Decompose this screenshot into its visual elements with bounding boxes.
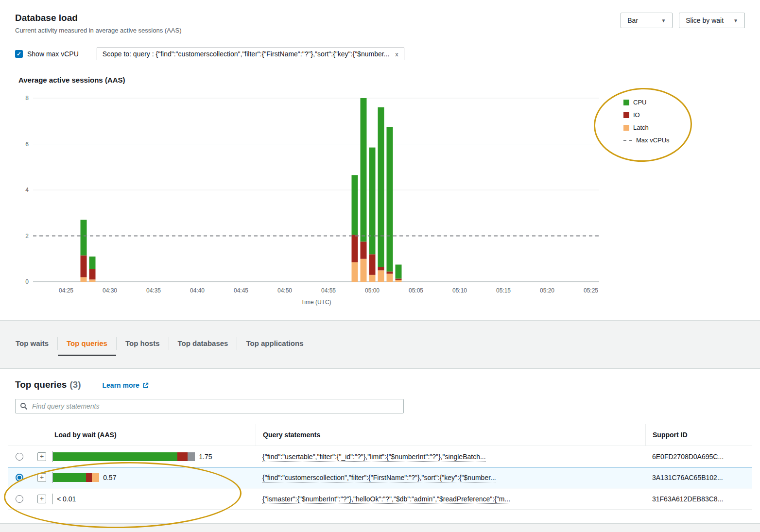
- show-max-vcpu-label: Show max vCPU: [27, 50, 79, 58]
- chart-bar-io[interactable]: [396, 278, 402, 280]
- table-row[interactable]: + 0.57 {"find":"customerscollection","fi…: [8, 467, 752, 488]
- chart-bar-latch[interactable]: [81, 277, 87, 282]
- chart-bar-io[interactable]: [81, 256, 87, 277]
- load-by-wait-bar: [52, 494, 53, 504]
- chart-bar-latch[interactable]: [387, 274, 393, 282]
- chart-bar-io[interactable]: [387, 272, 393, 274]
- tab-top-hosts[interactable]: Top hosts: [117, 335, 169, 356]
- chart-bar-io[interactable]: [369, 254, 376, 275]
- row-radio[interactable]: [16, 495, 23, 503]
- scope-filter-tag[interactable]: Scope to: query : {"find":"customerscoll…: [97, 48, 404, 60]
- chart-bar-cpu[interactable]: [352, 175, 358, 235]
- load-segment-io: [177, 452, 188, 461]
- slice-by-select[interactable]: Slice by wait ▼: [679, 13, 745, 28]
- legend-label-io: IO: [633, 111, 640, 119]
- query-statement-link[interactable]: {"find":"customerscollection","filter":{…: [262, 474, 496, 482]
- panel-title: Top queries: [15, 379, 67, 390]
- load-segment-io: [86, 473, 92, 482]
- chevron-down-icon: ▼: [733, 18, 738, 23]
- learn-more-label: Learn more: [103, 381, 139, 389]
- y-tick-label: 0: [25, 278, 29, 285]
- x-tick-label: 04:30: [103, 287, 117, 294]
- x-tick-label: 04:40: [190, 287, 205, 294]
- chart-bar-cpu[interactable]: [361, 98, 367, 241]
- chart-bar-cpu[interactable]: [81, 220, 87, 255]
- column-header-load: Load by wait (AAS): [52, 424, 256, 446]
- chart-bar-cpu[interactable]: [89, 257, 96, 269]
- legend-label-max-vcpus: Max vCPUs: [636, 137, 670, 144]
- x-tick-label: 05:05: [409, 287, 423, 294]
- x-tick-label: 05:25: [584, 287, 598, 294]
- tab-top-databases[interactable]: Top databases: [169, 335, 237, 356]
- load-segment-cpu: [53, 473, 86, 482]
- legend-item-max-vcpus[interactable]: Max vCPUs: [623, 137, 670, 144]
- queries-table-header: Load by wait (AAS) Query statements Supp…: [8, 424, 752, 446]
- x-tick-label: 05:00: [365, 287, 380, 294]
- query-statement-link[interactable]: {"ismaster":{"$numberInt":"?"},"helloOk"…: [262, 495, 510, 504]
- io-swatch-icon: [623, 112, 629, 118]
- expand-row-icon[interactable]: +: [37, 452, 46, 461]
- external-link-icon: [142, 382, 149, 389]
- tab-top-queries[interactable]: Top queries: [58, 335, 116, 356]
- y-tick-label: 2: [25, 233, 29, 240]
- chart-bar-cpu[interactable]: [396, 265, 402, 279]
- x-axis-label: Time (UTC): [301, 299, 331, 306]
- y-tick-label: 6: [25, 141, 29, 148]
- chart-bar-latch[interactable]: [396, 280, 402, 282]
- legend-item-io[interactable]: IO: [623, 111, 670, 119]
- chart-bar-io[interactable]: [89, 269, 96, 279]
- close-icon[interactable]: x: [395, 51, 398, 58]
- chart-bar-latch[interactable]: [378, 270, 384, 282]
- chart-bar-io[interactable]: [361, 241, 367, 258]
- y-tick-label: 4: [25, 187, 29, 193]
- column-header-query: Query statements: [256, 424, 645, 446]
- load-by-wait-bar: [52, 472, 99, 483]
- tab-top-waits[interactable]: Top waits: [7, 335, 57, 356]
- learn-more-link[interactable]: Learn more: [103, 381, 149, 389]
- chart-title: Average active sessions (AAS): [18, 76, 745, 84]
- legend-item-latch[interactable]: Latch: [623, 124, 670, 131]
- top-queries-panel: Top queries (3) Learn more Load by: [0, 368, 760, 524]
- x-tick-label: 04:45: [234, 287, 248, 294]
- support-id: 3A131C76AC65B102...: [645, 474, 752, 481]
- table-row[interactable]: + 1.75 {"find":"usertable","filter":{"_i…: [8, 446, 752, 467]
- load-by-wait-bar: [52, 451, 195, 462]
- chart-type-select-value: Bar: [627, 17, 638, 24]
- chart-bar-latch[interactable]: [352, 262, 358, 282]
- expand-row-icon[interactable]: +: [37, 495, 46, 503]
- check-icon: ✓: [17, 51, 21, 57]
- chart-type-select[interactable]: Bar ▼: [621, 13, 673, 28]
- chart-bar-latch[interactable]: [369, 275, 376, 282]
- chart-bar-cpu[interactable]: [387, 127, 393, 272]
- table-row[interactable]: + < 0.01 {"ismaster":{"$numberInt":"?"},…: [8, 488, 752, 510]
- legend-item-cpu[interactable]: CPU: [623, 99, 670, 106]
- chart-legend: CPU IO Latch Max vCPUs: [623, 99, 670, 310]
- load-segment-other: [188, 452, 195, 461]
- chart-bar-latch[interactable]: [89, 279, 96, 282]
- chart-bar-cpu[interactable]: [369, 148, 376, 255]
- chart-bar-io[interactable]: [378, 267, 384, 270]
- tabs-bar: Top waits Top queries Top hosts Top data…: [0, 321, 760, 356]
- tab-top-applications[interactable]: Top applications: [237, 335, 312, 356]
- database-load-panel: Database load Current activity measured …: [0, 0, 760, 321]
- x-tick-label: 05:15: [496, 287, 511, 294]
- chart-bar-cpu[interactable]: [378, 107, 384, 267]
- search-input[interactable]: [15, 399, 404, 413]
- chart-bar-latch[interactable]: [361, 259, 367, 282]
- scope-filter-tag-text: Scope to: query : {"find":"customerscoll…: [103, 50, 389, 58]
- show-max-vcpu-checkbox[interactable]: ✓: [15, 50, 23, 58]
- panel-count: (3): [69, 379, 81, 390]
- x-tick-label: 04:25: [59, 287, 73, 294]
- row-radio[interactable]: [16, 453, 23, 461]
- queries-table: Load by wait (AAS) Query statements Supp…: [8, 424, 752, 510]
- query-statement-link[interactable]: {"find":"usertable","filter":{"_id":"?"}…: [262, 453, 486, 462]
- page-title: Database load: [15, 13, 181, 23]
- page-subtitle: Current activity measured in average act…: [15, 27, 181, 34]
- dashed-line-icon: [623, 140, 632, 141]
- chart-bar-io[interactable]: [352, 235, 358, 262]
- cpu-swatch-icon: [623, 100, 629, 105]
- load-value: < 0.01: [57, 495, 76, 503]
- latch-swatch-icon: [623, 125, 629, 131]
- row-radio[interactable]: [16, 474, 23, 481]
- expand-row-icon[interactable]: +: [37, 473, 46, 482]
